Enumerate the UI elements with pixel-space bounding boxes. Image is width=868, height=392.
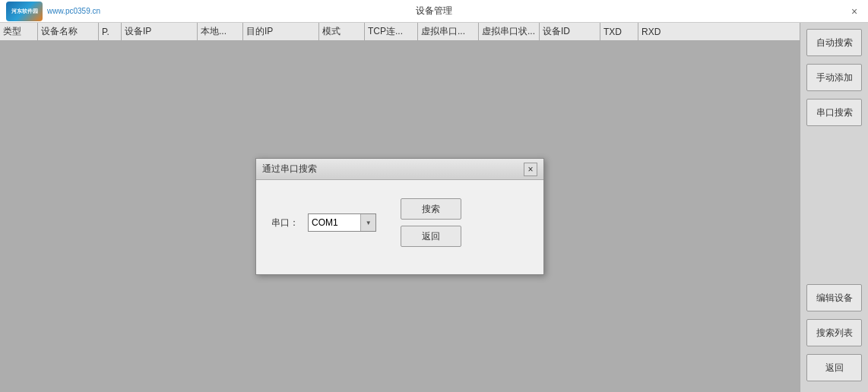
search-list-button[interactable]: 搜索列表 <box>806 319 862 346</box>
col-header-local: 本地... <box>198 23 243 40</box>
col-header-mode: 模式 <box>319 23 365 40</box>
col-header-p: P. <box>99 23 122 40</box>
return-button[interactable]: 返回 <box>401 226 461 247</box>
dialog-body: 串口： COM1 COM2 COM3 COM4 ▼ <box>256 180 543 274</box>
dialog-close-button[interactable]: × <box>524 163 537 176</box>
col-header-vcom2: 虚拟串口状... <box>479 23 540 40</box>
table-content: 通过串口搜索 × 串口： COM1 COM2 COM3 <box>0 41 800 392</box>
watermark: www.pc0359.cn <box>47 7 100 15</box>
col-header-devid: 设备ID <box>540 23 600 40</box>
search-button[interactable]: 搜索 <box>401 198 461 220</box>
col-header-vcom1: 虚拟串口... <box>418 23 479 40</box>
logo: 河东软件园 <box>6 2 43 21</box>
serial-search-button[interactable]: 串口搜索 <box>806 99 862 126</box>
column-headers: 类型 设备名称 P. 设备IP 本地... 目的IP 模式 TCP连... 虚拟… <box>0 23 800 41</box>
col-header-ip: 设备IP <box>122 23 198 40</box>
col-header-rxd: RXD <box>638 23 676 40</box>
dialog-title: 通过串口搜索 <box>262 163 317 175</box>
dialog-overlay: 通过串口搜索 × 串口： COM1 COM2 COM3 <box>0 41 800 392</box>
table-area: 类型 设备名称 P. 设备IP 本地... 目的IP 模式 TCP连... 虚拟… <box>0 23 800 392</box>
dialog-action-buttons: 搜索 返回 <box>401 198 461 247</box>
title-bar-left: 河东软件园 www.pc0359.cn <box>6 2 100 21</box>
select-arrow-icon: ▼ <box>360 214 375 231</box>
auto-search-button[interactable]: 自动搜索 <box>806 29 862 56</box>
right-sidebar: 自动搜索 手动添加 串口搜索 编辑设备 搜索列表 返回 <box>800 23 868 392</box>
col-header-name: 设备名称 <box>38 23 99 40</box>
col-header-txd: TXD <box>600 23 638 40</box>
main-container: 类型 设备名称 P. 设备IP 本地... 目的IP 模式 TCP连... 虚拟… <box>0 23 868 392</box>
col-header-dest-ip: 目的IP <box>243 23 319 40</box>
edit-device-button[interactable]: 编辑设备 <box>806 284 862 311</box>
window-title: 设备管理 <box>416 5 452 17</box>
sidebar-spacer <box>806 134 862 281</box>
col-header-type: 类型 <box>0 23 38 40</box>
serial-search-dialog: 通过串口搜索 × 串口： COM1 COM2 COM3 <box>255 158 544 275</box>
manual-add-button[interactable]: 手动添加 <box>806 64 862 91</box>
window-close-button[interactable]: × <box>847 4 862 19</box>
dialog-row: 串口： COM1 COM2 COM3 COM4 ▼ <box>271 198 528 247</box>
serial-port-label: 串口： <box>271 217 299 229</box>
title-bar: 河东软件园 www.pc0359.cn 设备管理 × <box>0 0 868 23</box>
return-main-button[interactable]: 返回 <box>806 354 862 381</box>
dialog-title-bar: 通过串口搜索 × <box>256 159 543 180</box>
col-header-tcp: TCP连... <box>365 23 418 40</box>
serial-port-select-wrapper[interactable]: COM1 COM2 COM3 COM4 ▼ <box>308 213 376 232</box>
serial-port-select[interactable]: COM1 COM2 COM3 COM4 <box>309 217 360 228</box>
